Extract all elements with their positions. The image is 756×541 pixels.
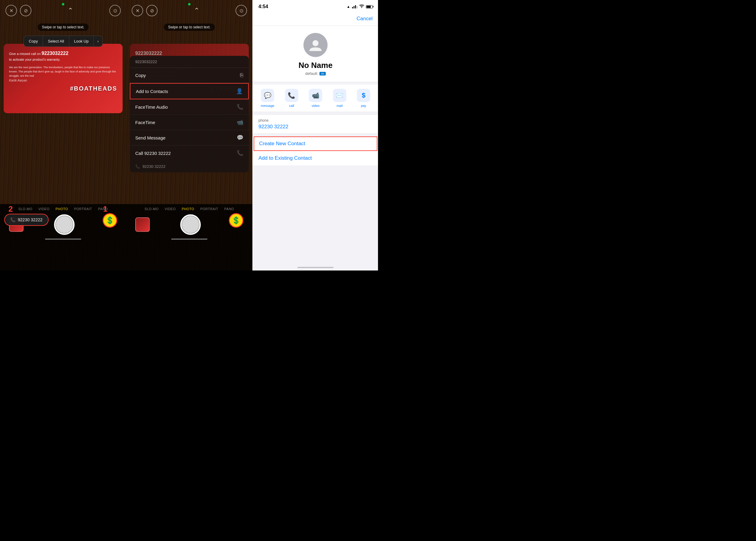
red-card-brand-1: #BOATHEADS: [9, 85, 117, 92]
location-icon: ▲: [347, 5, 350, 9]
swipe-hint-1: Swipe or tap to select text.: [38, 24, 89, 31]
facetime-icon: 📹: [237, 119, 243, 126]
mail-label: mail: [337, 104, 343, 108]
message-action[interactable]: 💬 message: [261, 89, 275, 108]
menu-copy-label: Copy: [135, 73, 146, 78]
battery-tip: [373, 6, 374, 8]
mode-portrait-1[interactable]: PORTRAIT: [74, 207, 92, 211]
live-off-icon-2[interactable]: ⊘: [146, 5, 158, 16]
call-icon-action: 📞: [285, 89, 298, 102]
menu-send-message-item[interactable]: Send Message 💬: [130, 130, 249, 146]
call-icon: 📞: [237, 150, 243, 156]
emoji-button-2[interactable]: 💲: [229, 213, 243, 228]
phone-number[interactable]: 92230 32222: [259, 124, 373, 130]
context-menu-bar-1: Copy Select All Look Up ›: [24, 36, 103, 47]
pay-action[interactable]: $ pay: [357, 89, 370, 108]
phone-pill-number: 92230 32222: [18, 217, 43, 222]
mode-photo-2[interactable]: PHOTO: [182, 207, 194, 211]
camera-top-bar-1: ✕ ⊘ ⌃ ⊙: [0, 0, 126, 21]
chevron-up-icon[interactable]: ⌃: [68, 7, 73, 15]
mode-slomo-1[interactable]: SLO-MO: [18, 207, 32, 211]
contact-name: No Name: [299, 61, 333, 70]
create-new-contact-button[interactable]: Create New Contact: [254, 137, 378, 151]
select-all-button-1[interactable]: Select All: [43, 36, 69, 47]
signal-bar-4: [357, 6, 358, 8]
mode-video-2[interactable]: VIDEO: [165, 207, 176, 211]
more-arrow-1[interactable]: ›: [94, 36, 102, 47]
menu-copy-item[interactable]: Copy ⎘: [130, 68, 249, 83]
contact-panel: 4:54 ▲: [253, 0, 378, 270]
message-label: message: [261, 104, 275, 108]
menu-facetime-label: FaceTime: [135, 120, 155, 125]
cancel-button[interactable]: Cancel: [357, 16, 373, 22]
pay-icon-action: $: [357, 89, 370, 102]
mail-icon-action: ✉️: [333, 89, 346, 102]
live-off-icon[interactable]: ⊘: [20, 5, 31, 16]
add-to-existing-contact-button[interactable]: Add to Existing Contact: [253, 151, 378, 166]
menu-phone-header: 9223032222: [130, 56, 249, 68]
carrier-badge: Jio: [320, 72, 326, 76]
avatar: [304, 33, 328, 57]
action-row: 💬 message 📞 call 📹 video ✉️ mail $ pay: [253, 85, 378, 112]
shutter-inner-1: [56, 216, 73, 233]
message-icon: 💬: [261, 89, 274, 102]
pay-label: pay: [361, 104, 366, 108]
status-time: 4:54: [259, 4, 268, 9]
mail-action[interactable]: ✉️ mail: [333, 89, 346, 108]
mode-pano-2[interactable]: PANO: [224, 207, 234, 211]
shutter-button-2[interactable]: [180, 214, 201, 235]
camera-settings-icon[interactable]: ⊙: [109, 5, 121, 16]
copy-button-1[interactable]: Copy: [24, 36, 43, 47]
facetime-audio-icon: 📞: [237, 104, 243, 110]
red-card-signature-1: Kartik Aaryan: [9, 79, 117, 82]
look-up-button-1[interactable]: Look Up: [69, 36, 94, 47]
person-icon: [308, 38, 323, 52]
status-icons: ▲: [347, 4, 373, 9]
menu-add-contacts-item[interactable]: Add to Contacts 👤: [130, 83, 249, 99]
swipe-hint-2: Swipe or tap to select text.: [164, 24, 215, 31]
flash-off-icon-2[interactable]: ✕: [132, 5, 143, 16]
top-left-icons-1: ✕ ⊘: [5, 5, 31, 16]
battery-fill: [367, 6, 371, 8]
camera-panel-1: ✕ ⊘ ⌃ ⊙ Swipe or tap to select text. Cop…: [0, 0, 126, 270]
camera-settings-icon-2[interactable]: ⊙: [236, 5, 247, 16]
menu-add-contacts-label: Add to Contacts: [136, 89, 168, 94]
menu-footer: 📞 92230 32222: [130, 161, 249, 172]
chevron-up-icon-2[interactable]: ⌃: [194, 7, 199, 15]
menu-facetime-audio-label: FaceTime Audio: [135, 105, 168, 110]
phone-section: phone 92230 32222: [253, 114, 378, 134]
shutter-button-1[interactable]: [54, 214, 75, 235]
footer-phone-icon: 📞: [135, 164, 140, 169]
phone-pill-1[interactable]: 📞 92230 32222: [4, 214, 49, 226]
mode-portrait-2[interactable]: PORTRAIT: [200, 207, 218, 211]
status-bar: 4:54 ▲: [253, 0, 378, 13]
footer-phone-number: 92230 32222: [143, 164, 166, 169]
home-indicator-3: [298, 267, 334, 268]
signal-bar-3: [355, 5, 356, 8]
mode-video-1[interactable]: VIDEO: [38, 207, 50, 211]
last-photo-thumbnail-2[interactable]: [135, 217, 150, 232]
contact-header: No Name default: Jio: [253, 26, 378, 82]
menu-facetime-item[interactable]: FaceTime 📹: [130, 115, 249, 130]
mode-slomo-2[interactable]: SLO-MO: [145, 207, 159, 211]
call-action[interactable]: 📞 call: [285, 89, 298, 108]
menu-facetime-audio-item[interactable]: FaceTime Audio 📞: [130, 99, 249, 115]
wifi-icon: [359, 4, 364, 9]
red-card-body-1: We are the next generation. The trendset…: [9, 65, 117, 78]
phone-label: phone: [259, 118, 373, 123]
mode-photo-1[interactable]: PHOTO: [56, 207, 68, 211]
menu-call-item[interactable]: Call 92230 32222 📞: [130, 146, 249, 161]
camera-panel-2: ✕ ⊘ ⌃ ⊙ Swipe or tap to select text. 922…: [126, 0, 253, 270]
top-left-icons-2: ✕ ⊘: [132, 5, 158, 16]
contact-default-info: default: Jio: [305, 71, 326, 76]
emoji-button-1[interactable]: 💲: [103, 213, 117, 228]
default-label: default:: [305, 71, 318, 76]
shutter-inner-2: [182, 216, 199, 233]
menu-call-label: Call 92230 32222: [135, 151, 171, 156]
video-action[interactable]: 📹 video: [309, 89, 322, 108]
context-menu-2: 9223032222 Copy ⎘ Add to Contacts 👤 Face…: [130, 56, 249, 172]
add-contacts-icon: 👤: [236, 88, 243, 95]
nav-bar: Cancel: [253, 13, 378, 26]
flash-off-icon[interactable]: ✕: [5, 5, 17, 16]
signal-icon: [352, 5, 358, 8]
